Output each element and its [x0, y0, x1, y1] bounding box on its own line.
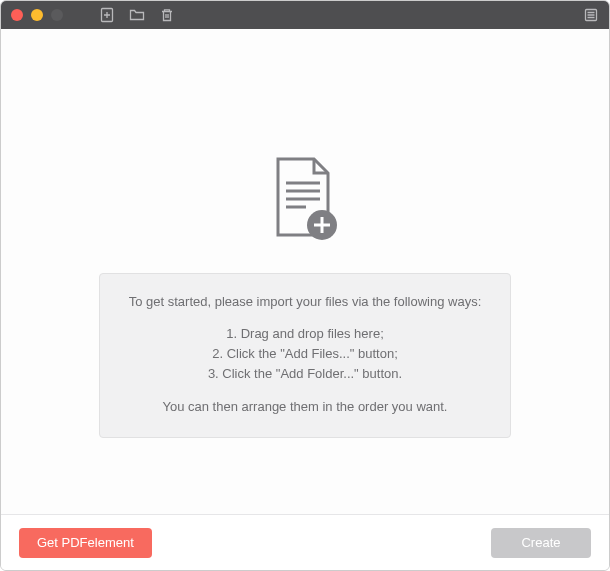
add-file-icon[interactable]: [99, 7, 115, 23]
app-window: To get started, please import your files…: [0, 0, 610, 571]
instructions-outro: You can then arrange them in the order y…: [118, 397, 492, 417]
maximize-window-button[interactable]: [51, 9, 63, 21]
drop-area[interactable]: To get started, please import your files…: [1, 29, 609, 514]
close-window-button[interactable]: [11, 9, 23, 21]
footer: Get PDFelement Create: [1, 514, 609, 570]
minimize-window-button[interactable]: [31, 9, 43, 21]
instructions-step2: 2. Click the "Add Files..." button;: [118, 344, 492, 364]
list-view-icon[interactable]: [583, 7, 599, 23]
add-folder-icon[interactable]: [129, 7, 145, 23]
titlebar: [1, 1, 609, 29]
add-document-icon: [270, 157, 340, 249]
instructions-step1: 1. Drag and drop files here;: [118, 324, 492, 344]
instructions-step3: 3. Click the "Add Folder..." button.: [118, 364, 492, 384]
trash-icon[interactable]: [159, 7, 175, 23]
instructions-panel: To get started, please import your files…: [99, 273, 511, 438]
create-button: Create: [491, 528, 591, 558]
window-controls: [11, 9, 63, 21]
get-pdfelement-button[interactable]: Get PDFelement: [19, 528, 152, 558]
instructions-intro: To get started, please import your files…: [118, 292, 492, 312]
toolbar: [99, 7, 175, 23]
